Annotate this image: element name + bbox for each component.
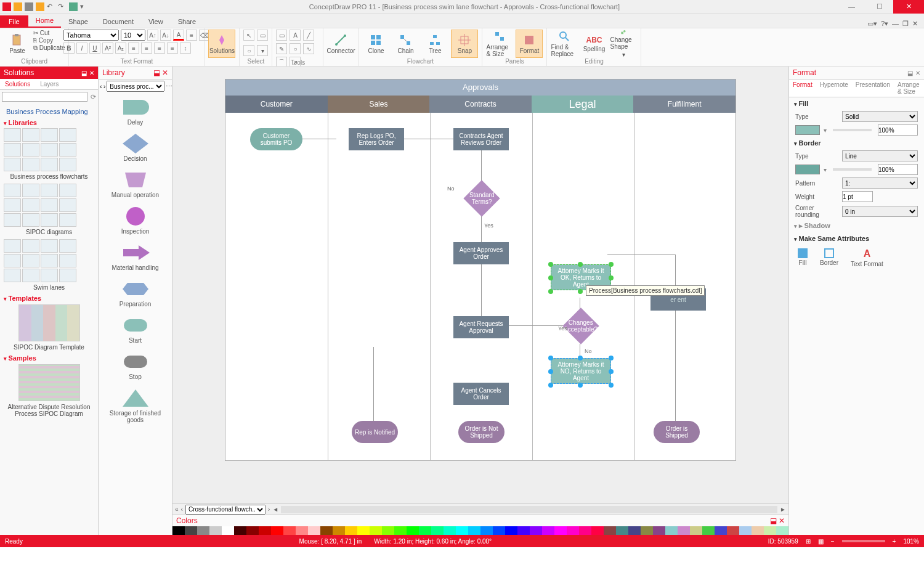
- shrink-font-button[interactable]: A↓: [160, 30, 171, 41]
- color-swatch[interactable]: [678, 526, 690, 535]
- fill-opacity-slider[interactable]: [833, 129, 872, 131]
- tab-shape[interactable]: Shape: [61, 15, 95, 28]
- color-swatch[interactable]: [715, 526, 727, 535]
- zoom-out-icon[interactable]: −: [831, 538, 835, 545]
- format-tab-format[interactable]: Format: [789, 79, 816, 97]
- lib-next-icon[interactable]: ›: [103, 83, 106, 90]
- pencil-tool[interactable]: ✎: [276, 43, 287, 54]
- subtab-layers[interactable]: Layers: [35, 79, 63, 89]
- color-swatch[interactable]: [653, 526, 665, 535]
- qat-icon-1[interactable]: [2, 2, 11, 11]
- color-swatch[interactable]: [259, 526, 271, 535]
- canvas-scroll[interactable]: Approvals Customer Sales Contracts Legal…: [172, 67, 788, 503]
- attr-textformat-button[interactable]: AText Format: [851, 248, 883, 267]
- color-swatch[interactable]: [308, 526, 320, 535]
- solutions-search[interactable]: [2, 92, 87, 102]
- subtab-solutions[interactable]: Solutions: [0, 79, 35, 89]
- ribbon-shortcut-icon[interactable]: ▭▾: [867, 20, 877, 28]
- snap-button[interactable]: Snap: [451, 30, 478, 58]
- line-tool[interactable]: ╱: [303, 30, 314, 41]
- color-swatch[interactable]: [419, 526, 431, 535]
- sample-thumb[interactable]: [18, 364, 80, 401]
- chain-button[interactable]: Chain: [392, 30, 419, 58]
- curve-tool[interactable]: ∿: [303, 43, 314, 54]
- hscrollbar[interactable]: [281, 506, 777, 513]
- node-changes-acceptable[interactable]: Changes Acceptable?: [562, 307, 599, 344]
- doc-next-icon[interactable]: ›: [268, 506, 270, 513]
- color-swatch[interactable]: [628, 526, 641, 535]
- shape-inspection[interactable]: Inspection: [101, 205, 169, 235]
- color-swatch[interactable]: [185, 526, 197, 535]
- color-swatch[interactable]: [517, 526, 530, 535]
- sub-button[interactable]: A₂: [115, 43, 126, 54]
- lane-customer[interactable]: Customer: [225, 96, 328, 113]
- highlight-button[interactable]: ≡: [186, 30, 197, 41]
- shape-storage[interactable]: Storage of finished goods: [101, 386, 169, 423]
- format-pin-icon[interactable]: ⬓: [907, 70, 913, 76]
- lib-thumb-1[interactable]: Business process flowcharts: [4, 173, 94, 180]
- connector-button[interactable]: Connector: [327, 30, 354, 58]
- bold-button[interactable]: B: [63, 43, 75, 54]
- lib-thumb-3[interactable]: Swim lanes: [4, 284, 94, 291]
- format-close-icon[interactable]: ✕: [915, 70, 920, 76]
- node-customer-po[interactable]: Customer submits PO: [250, 128, 302, 150]
- color-swatch[interactable]: [222, 526, 234, 535]
- color-swatch[interactable]: [345, 526, 357, 535]
- color-swatch[interactable]: [739, 526, 752, 535]
- qat-redo-icon[interactable]: ↷: [58, 2, 67, 11]
- color-swatch[interactable]: [197, 526, 209, 535]
- color-swatch[interactable]: [370, 526, 382, 535]
- zoom-in-icon[interactable]: +: [893, 538, 896, 545]
- tab-share[interactable]: Share: [171, 15, 203, 28]
- color-swatch[interactable]: [776, 526, 788, 535]
- shape-prep[interactable]: Preparation: [101, 277, 169, 307]
- tree-root[interactable]: Business Process Mapping: [6, 108, 94, 115]
- cut-button[interactable]: ✂ Cut: [33, 30, 65, 36]
- node-agent-requests[interactable]: Agent Requests Approval: [453, 316, 509, 338]
- attr-fill-button[interactable]: Fill: [798, 248, 808, 267]
- fill-opacity-input[interactable]: [878, 124, 918, 136]
- linespacing-button[interactable]: ↕: [180, 43, 191, 54]
- pin-icon[interactable]: ⬓: [81, 70, 87, 76]
- solutions-button[interactable]: Solutions: [208, 30, 235, 58]
- shape-stop[interactable]: Stop: [101, 350, 169, 380]
- shape-start[interactable]: Start: [101, 314, 169, 344]
- diagram-page[interactable]: Approvals Customer Sales Contracts Legal…: [225, 79, 736, 461]
- color-swatch[interactable]: [394, 526, 407, 535]
- lane-legal[interactable]: Legal: [532, 96, 634, 113]
- qat-open-icon[interactable]: [36, 2, 44, 11]
- color-swatch[interactable]: [320, 526, 333, 535]
- color-swatch[interactable]: [665, 526, 678, 535]
- border-opacity-slider[interactable]: [833, 168, 872, 171]
- swimlane-title[interactable]: Approvals: [225, 79, 736, 96]
- fill-section[interactable]: Fill: [789, 97, 924, 110]
- color-swatch[interactable]: [641, 526, 653, 535]
- align-right-button[interactable]: ≡: [154, 43, 165, 54]
- color-swatch[interactable]: [209, 526, 222, 535]
- align-center-button[interactable]: ≡: [141, 43, 152, 54]
- close-panel-icon[interactable]: ✕: [89, 70, 94, 76]
- samples-section[interactable]: Samples: [4, 354, 94, 362]
- doc-first-icon[interactable]: «: [175, 506, 179, 513]
- tree-button[interactable]: Tree: [421, 30, 448, 58]
- color-swatch[interactable]: [554, 526, 567, 535]
- colors-close-icon[interactable]: ✕: [779, 516, 785, 525]
- qat-icon-3[interactable]: [25, 2, 33, 11]
- arrange-button[interactable]: Arrange & Size: [486, 30, 513, 58]
- format-button[interactable]: Format: [516, 30, 543, 58]
- color-swatch[interactable]: [542, 526, 554, 535]
- grow-font-button[interactable]: A↑: [147, 30, 158, 41]
- node-not-shipped[interactable]: Order is Not Shipped: [458, 421, 505, 443]
- color-swatch[interactable]: [172, 526, 185, 535]
- qat-save-icon[interactable]: [69, 2, 78, 11]
- shape-arrow[interactable]: Material handling: [101, 241, 169, 271]
- tab-view[interactable]: View: [141, 15, 171, 28]
- node-shipped[interactable]: Order is Shipped: [654, 421, 700, 443]
- lib-menu-icon[interactable]: ⋯: [166, 83, 172, 91]
- refresh-icon[interactable]: ⟳: [89, 92, 97, 102]
- color-swatch[interactable]: [505, 526, 517, 535]
- color-swatch[interactable]: [246, 526, 259, 535]
- color-swatch[interactable]: [567, 526, 579, 535]
- shape-decision[interactable]: Decision: [101, 132, 169, 162]
- page-select[interactable]: Cross-functional flowch... (1/1): [185, 505, 265, 515]
